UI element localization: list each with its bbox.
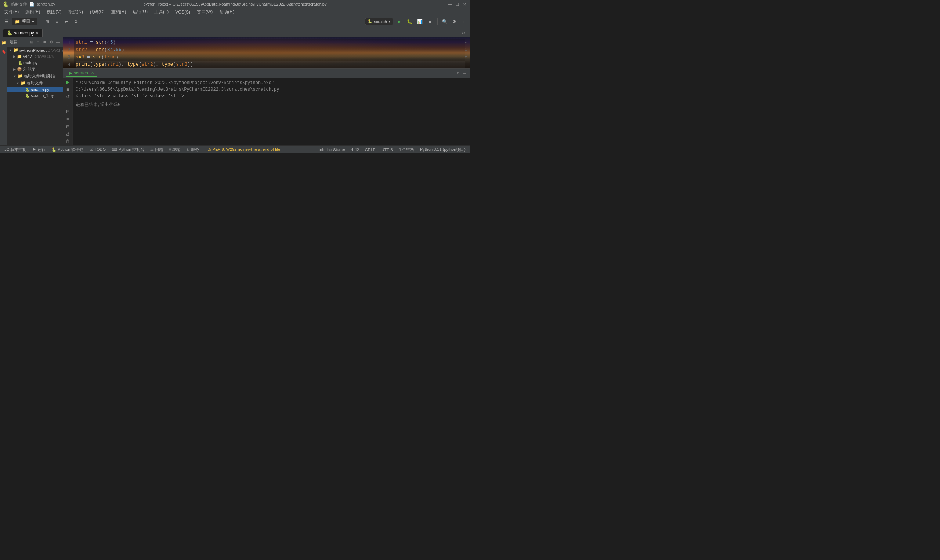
stop-button[interactable]: ■ <box>425 17 435 26</box>
run-panel-body: ▶ ■ ↺ ↓ ⊟ ≡ ⊞ 🖨 🗑 "D:\PyCharm Community … <box>63 78 470 145</box>
menu-run[interactable]: 运行(U) <box>129 8 151 16</box>
panel-title: 项目 <box>9 39 18 45</box>
editor-area[interactable]: 1 2 3 4 str1 = str ( 45 ) str2 <box>63 37 470 68</box>
status-services[interactable]: ⊙ 服务 <box>185 147 200 152</box>
toolbar-left: ☰ <box>2 18 10 26</box>
menu-refactor[interactable]: 重构(R) <box>108 8 129 16</box>
tab-settings-btn[interactable]: ⚙ <box>459 29 467 37</box>
token-paren7: ( <box>90 61 93 68</box>
title-bar-right: — ☐ ✕ <box>447 2 467 7</box>
sidebar-project-icon[interactable]: 📁 <box>1 40 7 46</box>
status-py-console[interactable]: ⌨ Python 控制台 <box>110 147 146 152</box>
status-run[interactable]: ▶ 运行 <box>31 147 47 152</box>
status-spaces[interactable]: 4 个空格 <box>397 147 416 152</box>
toolbar-split-btn[interactable]: ⇌ <box>62 18 71 26</box>
window-title: pythonProject – C:\Users\86156\AppData\R… <box>143 2 327 6</box>
code-line-4: print ( type ( str1 ), type ( str2 ), ty… <box>76 61 465 68</box>
run-scroll-end-btn[interactable]: ↓ <box>64 102 72 107</box>
toolbar-layout-btn[interactable]: ⊞ <box>43 18 51 26</box>
tree-scratch-1-label: scratch_1.py <box>31 93 54 98</box>
status-warning[interactable]: ⚠ PEP 8: W292 no newline at end of file <box>206 147 282 152</box>
run-button[interactable]: ▶ <box>395 17 404 26</box>
panel-icon-list[interactable]: ≡ <box>35 40 41 45</box>
run-tab-scratch[interactable]: ▶ scratch ✕ <box>66 70 97 77</box>
menu-tools[interactable]: 工具(T) <box>151 8 171 16</box>
minimize-button[interactable]: — <box>447 2 452 7</box>
toolbar-list-btn[interactable]: ≡ <box>53 18 61 26</box>
coverage-button[interactable]: 📊 <box>415 17 424 26</box>
status-python-version[interactable]: Python 3.11 (python项目) <box>419 147 467 152</box>
run-settings-icon[interactable]: ⚙ <box>455 71 461 76</box>
scratch-icon: 🐍 <box>368 19 373 24</box>
maximize-button[interactable]: ☐ <box>455 2 460 7</box>
tree-item-scratch-1-py[interactable]: 🐍 scratch_1.py <box>7 92 63 98</box>
status-todo[interactable]: ☑ TODO <box>88 147 107 152</box>
tab-menu-btn[interactable]: ⋮ <box>451 29 459 37</box>
tree-temp-root-label: 临时文件和控制台 <box>24 73 56 79</box>
menu-code[interactable]: 代码(C) <box>87 8 108 16</box>
menu-edit[interactable]: 编辑(E) <box>22 8 43 16</box>
tab-close-icon[interactable]: ✕ <box>35 31 39 35</box>
status-python-pkg[interactable]: 🐍 Python 软件包 <box>50 147 85 152</box>
menu-file[interactable]: 文件(F) <box>2 8 22 16</box>
token-str-func3: str <box>93 54 101 61</box>
chevron-down-temp-files-icon: ▼ <box>16 82 20 85</box>
run-print-btn[interactable]: 🖨 <box>64 131 72 137</box>
tree-item-temp-files[interactable]: ▼ 📁 临时文件 <box>7 80 63 87</box>
toolbar-settings-btn[interactable]: ⚙ <box>72 18 80 26</box>
py-console-label: Python 控制台 <box>119 147 144 152</box>
menu-navigate[interactable]: 导航(N) <box>65 8 86 16</box>
tree-item-project[interactable]: ▼ 📁 pythonProject D:\PyCharm Community E… <box>7 47 63 53</box>
toolbar-close-btn[interactable]: — <box>82 18 89 26</box>
run-close-icon[interactable]: — <box>462 71 467 76</box>
panel-icon-close[interactable]: — <box>55 40 60 45</box>
status-crlf[interactable]: CRLF <box>364 148 377 152</box>
run-layout-btn[interactable]: ⊞ <box>64 124 72 129</box>
menu-view[interactable]: 视图(V) <box>44 8 64 16</box>
close-button[interactable]: ✕ <box>462 2 467 7</box>
toolbar-separator-2 <box>437 18 438 25</box>
run-tab-close-icon[interactable]: ✕ <box>91 71 94 75</box>
status-problems[interactable]: ⚠ 问题 <box>149 147 165 152</box>
scratch-selector[interactable]: 🐍 scratch ▾ <box>365 18 393 25</box>
code-editor[interactable]: 1 2 3 4 str1 = str ( 45 ) str2 <box>63 37 470 68</box>
panel-icon-settings[interactable]: ⚙ <box>49 40 54 45</box>
run-stop-btn[interactable]: ■ <box>64 87 72 92</box>
run-rerun-btn[interactable]: ↺ <box>64 94 72 100</box>
status-line-col[interactable]: 4:42 <box>350 148 360 152</box>
tree-item-temp-root[interactable]: ▼ 📁 临时文件和控制台 <box>7 73 63 80</box>
run-list-btn[interactable]: ≡ <box>64 117 72 122</box>
problems-icon: ⚠ <box>150 147 154 152</box>
chevron-right-icon: ▶ <box>13 55 16 58</box>
sidebar-bookmark-icon[interactable]: 🔖 <box>1 48 7 54</box>
tree-item-venv[interactable]: ▶ 📁 venv library根目录 <box>7 53 63 60</box>
toolbar: ☰ 📁 项目 ▾ ⊞ ≡ ⇌ ⚙ — 🐍 scratch ▾ ▶ 🐛 📊 ■ 🔍… <box>0 16 470 27</box>
tree-item-external[interactable]: ▶ 📦 外部库 <box>7 66 63 73</box>
menu-window[interactable]: 窗口(W) <box>194 8 216 16</box>
status-tabnine[interactable]: tobnine Starter <box>317 148 347 152</box>
menu-help[interactable]: 帮助(H) <box>216 8 237 16</box>
run-output[interactable]: "D:\PyCharm Community Edition 2022.3\pyt… <box>73 78 470 145</box>
run-play-btn[interactable]: ▶ <box>64 80 72 85</box>
menu-vcs[interactable]: VCS(S) <box>172 9 193 15</box>
panel-icon-layout[interactable]: ⊞ <box>29 40 34 45</box>
status-vc[interactable]: ⎇ 版本控制 <box>3 147 28 152</box>
search-btn[interactable]: 🔍 <box>441 18 449 26</box>
code-lines[interactable]: str1 = str ( 45 ) str2 = str ( 34.56 ) <box>74 39 465 68</box>
status-charset[interactable]: UTF-8 <box>380 148 394 152</box>
project-label[interactable]: 📁 项目 ▾ <box>12 18 37 25</box>
token-paren11: ), <box>153 61 162 68</box>
run-trash-btn[interactable]: 🗑 <box>64 139 72 144</box>
toolbar-menu-icon[interactable]: ☰ <box>2 18 10 26</box>
panel-icon-sync[interactable]: ⇌ <box>42 40 47 45</box>
token-paren9: ), <box>119 61 127 68</box>
run-panel-actions: ⚙ — <box>455 71 467 76</box>
status-terminal[interactable]: ⌗ 终端 <box>168 147 182 152</box>
debug-button[interactable]: 🐛 <box>405 17 414 26</box>
tree-item-main-py[interactable]: 🐍 main.py <box>7 60 63 66</box>
run-filter-btn[interactable]: ⊟ <box>64 109 72 114</box>
tab-scratch-py[interactable]: 🐍 scratch.py ✕ <box>3 29 43 37</box>
update-btn[interactable]: ↑ <box>460 18 468 26</box>
settings-right-btn[interactable]: ⚙ <box>450 18 458 26</box>
tree-item-scratch-py[interactable]: 🐍 scratch.py <box>7 87 63 92</box>
